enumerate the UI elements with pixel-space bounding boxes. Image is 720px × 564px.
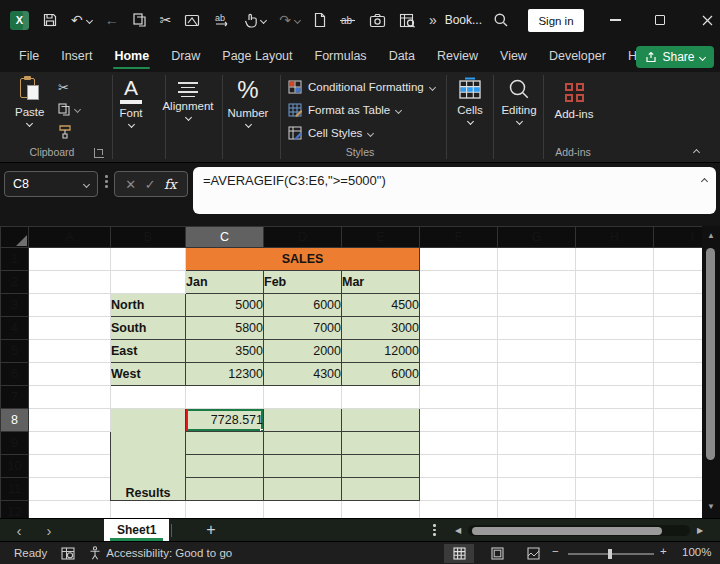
- cell[interactable]: [29, 317, 111, 340]
- accessibility-checker[interactable]: Accessibility: Good to go: [89, 546, 232, 560]
- zoom-slider-thumb[interactable]: [608, 549, 612, 559]
- cell[interactable]: [498, 317, 576, 340]
- cell[interactable]: [264, 409, 342, 432]
- row-header-9[interactable]: 9: [1, 432, 29, 455]
- cell[interactable]: [498, 432, 576, 455]
- cell[interactable]: [186, 478, 264, 501]
- cell[interactable]: [654, 317, 703, 340]
- maximize-button[interactable]: [645, 0, 675, 40]
- cell[interactable]: [654, 455, 703, 478]
- format-painter-button[interactable]: [58, 124, 73, 139]
- cell[interactable]: [111, 271, 186, 294]
- vertical-scrollbar-thumb[interactable]: [706, 248, 715, 460]
- cell[interactable]: [342, 432, 420, 455]
- cell[interactable]: [342, 455, 420, 478]
- scroll-right-icon[interactable]: ▶: [697, 526, 703, 535]
- cell[interactable]: [498, 386, 576, 409]
- cell[interactable]: [654, 248, 703, 271]
- cell[interactable]: [498, 248, 576, 271]
- cell[interactable]: [420, 386, 498, 409]
- cell[interactable]: [654, 271, 703, 294]
- cell[interactable]: [186, 432, 264, 455]
- sign-in-button[interactable]: Sign in: [528, 9, 584, 32]
- tab-developer[interactable]: Developer: [538, 40, 617, 72]
- tab-view[interactable]: View: [489, 40, 538, 72]
- conditional-formatting-button[interactable]: Conditional Formatting: [288, 80, 435, 94]
- data-cell[interactable]: 6000: [264, 294, 342, 317]
- scroll-down-icon[interactable]: ▼: [702, 502, 720, 511]
- find-replace-icon[interactable]: ab: [214, 12, 231, 28]
- cell[interactable]: [654, 478, 703, 501]
- tab-review[interactable]: Review: [426, 40, 489, 72]
- region-name-cell[interactable]: North: [111, 294, 186, 317]
- camera-icon[interactable]: [369, 13, 386, 28]
- cell[interactable]: [29, 294, 111, 317]
- cell[interactable]: [342, 501, 420, 519]
- overflow-icon[interactable]: »: [429, 13, 437, 27]
- data-cell[interactable]: 2000: [264, 340, 342, 363]
- results-label-cell[interactable]: Results: [111, 409, 186, 501]
- minimize-button[interactable]: [600, 0, 630, 40]
- cell[interactable]: [420, 271, 498, 294]
- cancel-icon[interactable]: ✕: [125, 177, 136, 192]
- undo-button[interactable]: ↶: [71, 13, 92, 27]
- cell[interactable]: [654, 340, 703, 363]
- macro-record-icon[interactable]: [61, 547, 75, 560]
- cell[interactable]: [186, 501, 264, 519]
- copy-icon[interactable]: [132, 12, 147, 28]
- data-cell[interactable]: 7000: [264, 317, 342, 340]
- column-header-g[interactable]: G: [498, 227, 576, 248]
- cell[interactable]: [498, 294, 576, 317]
- tab-page-layout[interactable]: Page Layout: [211, 40, 303, 72]
- share-button[interactable]: Share: [636, 46, 714, 68]
- cell[interactable]: [264, 432, 342, 455]
- save-icon[interactable]: [42, 12, 58, 28]
- cell[interactable]: [420, 478, 498, 501]
- editing-group-button[interactable]: Editing: [494, 77, 544, 124]
- column-header-h[interactable]: H: [576, 227, 654, 248]
- result-cell-c8[interactable]: 7728.571: [186, 409, 264, 432]
- month-header-cell[interactable]: Jan: [186, 271, 264, 294]
- column-header-a[interactable]: A: [29, 227, 111, 248]
- cell[interactable]: [576, 455, 654, 478]
- data-cell[interactable]: 5000: [186, 294, 264, 317]
- data-cell[interactable]: 4300: [264, 363, 342, 386]
- tab-data[interactable]: Data: [378, 40, 426, 72]
- cell[interactable]: [29, 271, 111, 294]
- cell-styles-button[interactable]: Cell Styles: [288, 126, 373, 140]
- row-header-11[interactable]: 11: [1, 478, 29, 501]
- alignment-group-button[interactable]: Alignment: [160, 76, 216, 120]
- redo-button[interactable]: ↷: [279, 13, 300, 27]
- insert-function-icon[interactable]: fx: [164, 176, 177, 192]
- row-header-12[interactable]: 12: [1, 501, 29, 519]
- data-cell[interactable]: 3500: [186, 340, 264, 363]
- cell[interactable]: [498, 271, 576, 294]
- cell[interactable]: [498, 409, 576, 432]
- column-header-e[interactable]: E: [342, 227, 420, 248]
- normal-view-button[interactable]: [444, 544, 474, 563]
- cell[interactable]: [29, 432, 111, 455]
- cell[interactable]: [498, 455, 576, 478]
- row-header-1[interactable]: 1: [1, 248, 29, 271]
- cell[interactable]: [111, 386, 186, 409]
- data-cell[interactable]: 3000: [342, 317, 420, 340]
- new-document-icon[interactable]: [313, 12, 326, 28]
- cell[interactable]: [29, 455, 111, 478]
- collapse-formula-bar-icon[interactable]: [701, 178, 708, 185]
- close-button[interactable]: [692, 0, 720, 40]
- cell[interactable]: [654, 409, 703, 432]
- column-header-c[interactable]: C: [186, 227, 264, 248]
- next-sheet-icon[interactable]: ›: [34, 523, 64, 538]
- lookup-sheet-icon[interactable]: [399, 13, 416, 28]
- column-header-i[interactable]: I: [654, 227, 703, 248]
- cell[interactable]: [264, 501, 342, 519]
- cell[interactable]: [29, 363, 111, 386]
- strikethrough-icon[interactable]: ab: [339, 13, 356, 27]
- formula-input[interactable]: =AVERAGEIF(C3:E6,">=5000"): [193, 167, 716, 214]
- clipboard-dialog-launcher-icon[interactable]: [94, 148, 104, 158]
- cell[interactable]: [498, 340, 576, 363]
- page-layout-view-button[interactable]: [482, 544, 512, 563]
- collapse-ribbon-icon[interactable]: [693, 149, 700, 156]
- cell[interactable]: [498, 363, 576, 386]
- excel-logo-icon[interactable]: X: [10, 11, 29, 30]
